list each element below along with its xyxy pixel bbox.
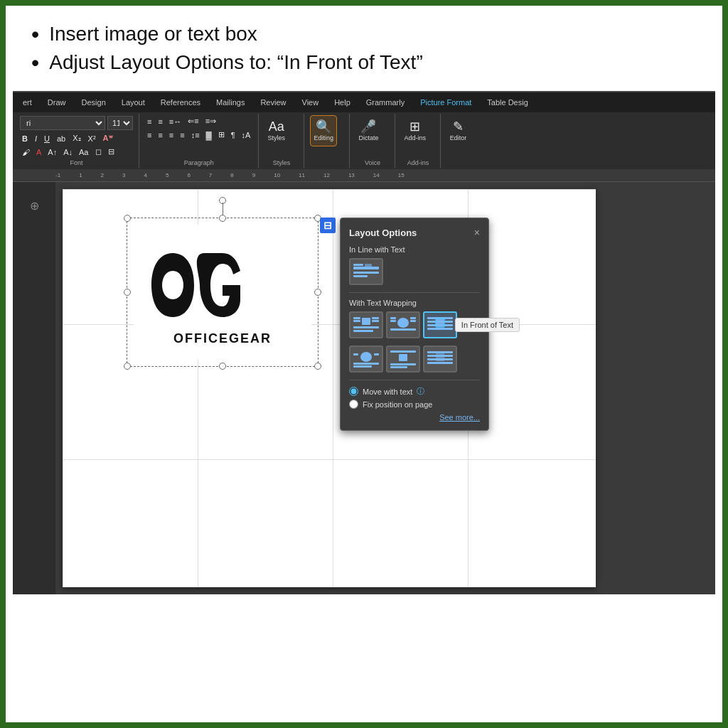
font-name-selector[interactable]: ri	[20, 116, 105, 130]
infront-tooltip: In Front of Text	[455, 318, 520, 332]
wrap-option-infront[interactable]: In Front of Text	[423, 311, 457, 338]
align-center-button[interactable]: ≡	[156, 130, 164, 140]
tab-design[interactable]: Design	[75, 95, 113, 109]
borders-button[interactable]: ⊞	[216, 129, 227, 140]
font-size-up[interactable]: A↑	[46, 147, 59, 157]
indent-decrease-button[interactable]: ⇐≡	[186, 116, 200, 127]
numbering-button[interactable]: ≡	[156, 117, 164, 127]
handle-mid-right[interactable]	[314, 289, 321, 296]
border-button[interactable]: ⊟	[106, 146, 117, 157]
svg-rect-16	[410, 320, 416, 322]
wrap-option-topbottom[interactable]	[386, 346, 420, 373]
line-spacing-button[interactable]: ↕≡	[189, 130, 202, 140]
font-size-down[interactable]: A↓	[61, 147, 75, 157]
font-format-button[interactable]: Aʷ	[101, 133, 115, 144]
see-more-link[interactable]: See more...	[349, 413, 480, 422]
handle-top-mid[interactable]	[219, 215, 226, 222]
g-letter-path	[197, 253, 240, 317]
svg-point-23	[360, 352, 372, 362]
ruler-inner: -1123 4567 891011 12131415	[13, 169, 715, 181]
bold-button[interactable]: B	[20, 134, 30, 144]
italic-button[interactable]: I	[33, 134, 39, 144]
tab-help[interactable]: Help	[327, 95, 358, 109]
bullets-button[interactable]: ≡	[145, 117, 154, 127]
handle-mid-left[interactable]	[124, 289, 131, 296]
align-left-button[interactable]: ≡	[145, 130, 154, 140]
strikethrough-button[interactable]: ab	[55, 134, 68, 144]
radio-move-with-text[interactable]: Move with text ⓘ	[349, 386, 480, 397]
wrap-option-through[interactable]	[349, 346, 383, 373]
layout-options-trigger[interactable]: ⊟	[320, 218, 336, 233]
editor-button[interactable]: ✎ Editor	[446, 115, 469, 146]
square-wrap-icon	[352, 314, 380, 336]
aa-button[interactable]: Aa	[77, 147, 90, 157]
ribbon-group-editing: 🔍 Editing	[307, 114, 350, 168]
wrap-option-tight[interactable]	[386, 311, 420, 338]
highlight-button[interactable]: 🖌	[20, 147, 32, 157]
handle-top-left[interactable]	[124, 215, 131, 222]
tab-mailings[interactable]: Mailings	[209, 95, 252, 109]
styles-button[interactable]: Aa Styles	[264, 115, 288, 146]
underline-button[interactable]: U	[42, 134, 52, 144]
styles-group-label: Styles	[273, 158, 291, 166]
tight-wrap-icon	[389, 314, 417, 336]
svg-rect-34	[427, 355, 453, 357]
logo-text: OfficeGear	[173, 331, 272, 346]
editing-button[interactable]: 🔍 Editing	[310, 115, 337, 146]
panel-radio-group: Move with text ⓘ Fix position on page	[349, 386, 480, 409]
show-marks-button[interactable]: ¶	[229, 130, 237, 140]
svg-rect-2	[353, 272, 379, 274]
wrap-option-inline[interactable]	[349, 258, 383, 285]
handle-bottom-mid[interactable]	[219, 363, 226, 370]
svg-rect-17	[390, 328, 416, 331]
svg-rect-10	[353, 326, 379, 328]
align-right-button[interactable]: ≡	[167, 130, 176, 140]
font-color-button[interactable]: A	[34, 147, 43, 157]
svg-rect-15	[410, 317, 416, 319]
shading-button[interactable]: ◻	[93, 146, 104, 157]
shading-para-button[interactable]: ▓	[204, 130, 214, 140]
tab-references[interactable]: References	[154, 95, 208, 109]
radio-fix-position[interactable]: Fix position on page	[349, 400, 480, 409]
voice-group-label: Voice	[365, 158, 380, 166]
radio-move-input[interactable]	[349, 387, 358, 396]
behind-wrap-icon	[426, 348, 454, 370]
tab-review[interactable]: Review	[253, 95, 293, 109]
ribbon-content: ri 11 B I U ab X₂ X² Aʷ 🖌 A A↑ A↓ Aa	[13, 112, 715, 169]
wrap-option-behind[interactable]	[423, 346, 457, 373]
svg-rect-24	[353, 353, 358, 355]
svg-rect-31	[390, 366, 407, 368]
dictate-button[interactable]: 🎤 Dictate	[355, 115, 381, 146]
svg-rect-5	[362, 318, 370, 325]
addins-button[interactable]: ⊞ Add-ins	[401, 115, 429, 146]
handle-bottom-right[interactable]	[314, 363, 321, 370]
tab-ert[interactable]: ert	[16, 95, 39, 109]
radio-fix-input[interactable]	[349, 400, 358, 409]
panel-title: Layout Options	[349, 228, 417, 238]
wrap-option-square[interactable]	[349, 311, 383, 338]
multilevel-list-button[interactable]: ≡↔	[167, 117, 183, 127]
sort-button[interactable]: ↕A	[240, 130, 253, 140]
tab-draw[interactable]: Draw	[41, 95, 73, 109]
tab-grammarly[interactable]: Grammarly	[359, 95, 412, 109]
svg-rect-27	[353, 365, 372, 368]
tab-view[interactable]: View	[295, 95, 326, 109]
tab-layout[interactable]: Layout	[114, 95, 152, 109]
layout-icon: ⊟	[323, 220, 332, 231]
info-icon-move[interactable]: ⓘ	[417, 386, 424, 397]
svg-rect-7	[353, 320, 360, 322]
indent-increase-button[interactable]: ≡⇒	[203, 116, 218, 127]
ruler: -1123 4567 891011 12131415	[13, 169, 715, 182]
tab-picture-format[interactable]: Picture Format	[413, 95, 478, 109]
justify-button[interactable]: ≡	[178, 130, 186, 140]
svg-rect-21	[427, 328, 453, 330]
subscript-button[interactable]: X₂	[70, 133, 82, 144]
svg-rect-26	[353, 363, 379, 365]
handle-bottom-left[interactable]	[124, 363, 131, 370]
svg-rect-30	[390, 363, 416, 365]
superscript-button[interactable]: X²	[86, 134, 98, 144]
panel-close-button[interactable]: ×	[474, 227, 480, 238]
tab-table-design[interactable]: Table Desig	[480, 95, 535, 109]
font-size-selector[interactable]: 11	[107, 116, 133, 130]
svg-rect-8	[372, 317, 379, 319]
